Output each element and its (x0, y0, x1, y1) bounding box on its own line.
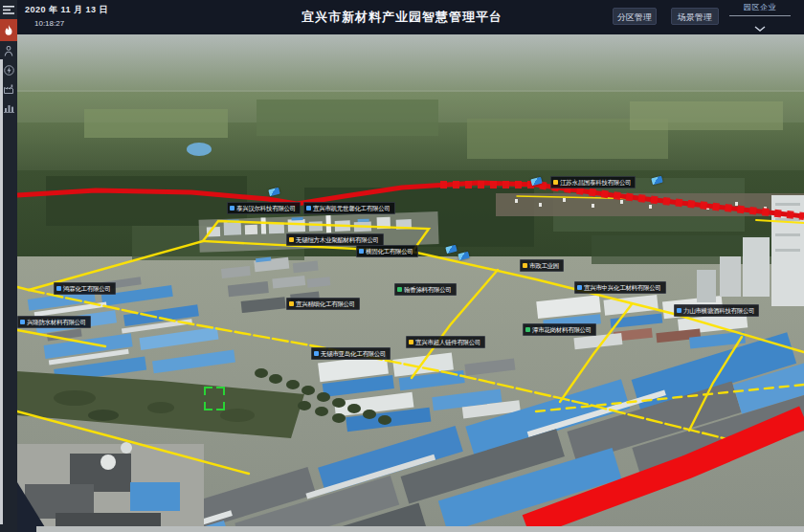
company-label: 横固化工有限公司 (366, 247, 413, 256)
factory-icon (4, 84, 14, 94)
map-label-chip[interactable]: 兴隆防水材料有限公司 (17, 316, 91, 328)
company-label: 无锡恒方木业聚酯材料有限公司 (296, 235, 379, 245)
company-label: 翰香涂料有限公司 (404, 285, 452, 295)
sidebar-item-personnel[interactable] (0, 41, 17, 60)
company-marker-icon (314, 351, 319, 356)
company-marker-icon (677, 308, 681, 313)
company-label: 宜兴市凯元世馨化工有限公司 (313, 204, 391, 213)
company-marker-icon (289, 237, 294, 242)
company-marker-icon (553, 180, 558, 185)
company-marker-icon (20, 320, 25, 324)
company-marker-icon (577, 285, 582, 290)
partition-management-button[interactable]: 分区管理 (613, 8, 657, 25)
selection-brackets (204, 387, 225, 410)
park-enterprise-label: 园区企业 (729, 2, 791, 12)
map-label-chip[interactable]: 宜兴精细化工有限公司 (286, 298, 360, 310)
window-edge-strip (0, 59, 3, 524)
map-label-chip[interactable]: 宜兴市中兴化工材料有限公司 (574, 281, 666, 294)
chevron-down-icon[interactable] (729, 18, 791, 35)
truck-icon[interactable] (458, 252, 469, 260)
company-label: 宜兴精细化工有限公司 (296, 299, 355, 309)
company-marker-icon (306, 206, 311, 211)
map-canvas[interactable]: 鸿霖化工有限公司兴隆防水材料有限公司泰兴汉尔科技有限公司宜兴市凯元世馨化工有限公… (17, 34, 804, 532)
map-label-chip[interactable]: 翰香涂料有限公司 (394, 283, 457, 296)
map-label-chip[interactable]: 鸿霖化工有限公司 (54, 282, 116, 295)
hamburger-icon (3, 6, 14, 14)
person-icon (4, 46, 13, 56)
map-label-chip[interactable]: 江苏永昌国泰科技有限公司 (550, 176, 636, 188)
company-label: 宜兴市中兴化工材料有限公司 (584, 283, 661, 293)
map-label-chip[interactable]: 宜兴市超人链件有限公司 (406, 336, 485, 348)
map-label-chip[interactable]: 横固化工有限公司 (356, 245, 418, 257)
map-label-chip[interactable]: 无锡市亚岛化工有限公司 (311, 347, 391, 360)
company-marker-icon (397, 287, 402, 292)
truck-icon[interactable] (268, 188, 279, 196)
top-header-bar: 2020 年 11 月 13 日 10:18:27 宜兴市新材料产业园智慧管理平… (0, 0, 804, 34)
company-marker-icon (230, 206, 234, 211)
truck-icon[interactable] (445, 245, 457, 254)
lightning-icon (4, 65, 14, 76)
bar-chart-icon (4, 103, 14, 113)
scene-management-button[interactable]: 场景管理 (671, 8, 719, 25)
map-label-chip[interactable]: 市政工业园 (520, 259, 564, 272)
company-marker-icon (56, 286, 61, 291)
flame-icon (4, 25, 13, 36)
company-marker-icon (525, 327, 530, 332)
company-marker-icon (409, 340, 413, 344)
company-label: 宜兴市超人链件有限公司 (415, 338, 480, 347)
dropdown-underline (729, 15, 791, 16)
company-marker-icon (289, 301, 294, 306)
company-label: 泰兴汉尔科技有限公司 (236, 204, 296, 213)
sidebar-item-menu[interactable] (0, 0, 17, 19)
truck-icon[interactable] (651, 176, 662, 185)
map-markers-layer: 鸿霖化工有限公司兴隆防水材料有限公司泰兴汉尔科技有限公司宜兴市凯元世馨化工有限公… (17, 34, 804, 532)
park-enterprise-dropdown[interactable]: 园区企业 (729, 2, 791, 35)
map-label-chip[interactable]: 泰兴汉尔科技有限公司 (227, 202, 301, 214)
company-label: 鸿霖化工有限公司 (63, 284, 111, 294)
company-label: 力山市横塘酒科技有限公司 (683, 306, 754, 316)
map-label-chip[interactable]: 潭市花岗材料有限公司 (523, 323, 596, 336)
company-marker-icon (523, 263, 527, 268)
company-label: 潭市花岗材料有限公司 (532, 325, 592, 335)
map-label-chip[interactable]: 宜兴市凯元世馨化工有限公司 (303, 202, 395, 214)
sidebar-item-fire-alarm[interactable] (0, 19, 17, 41)
map-label-chip[interactable]: 力山市横塘酒科技有限公司 (674, 304, 759, 317)
company-label: 无锡市亚岛化工有限公司 (321, 349, 386, 359)
truck-icon[interactable] (530, 177, 542, 186)
company-label: 江苏永昌国泰科技有限公司 (560, 178, 631, 188)
company-label: 兴隆防水材料有限公司 (27, 318, 86, 327)
company-marker-icon (359, 249, 364, 254)
company-label: 市政工业园 (529, 261, 559, 271)
